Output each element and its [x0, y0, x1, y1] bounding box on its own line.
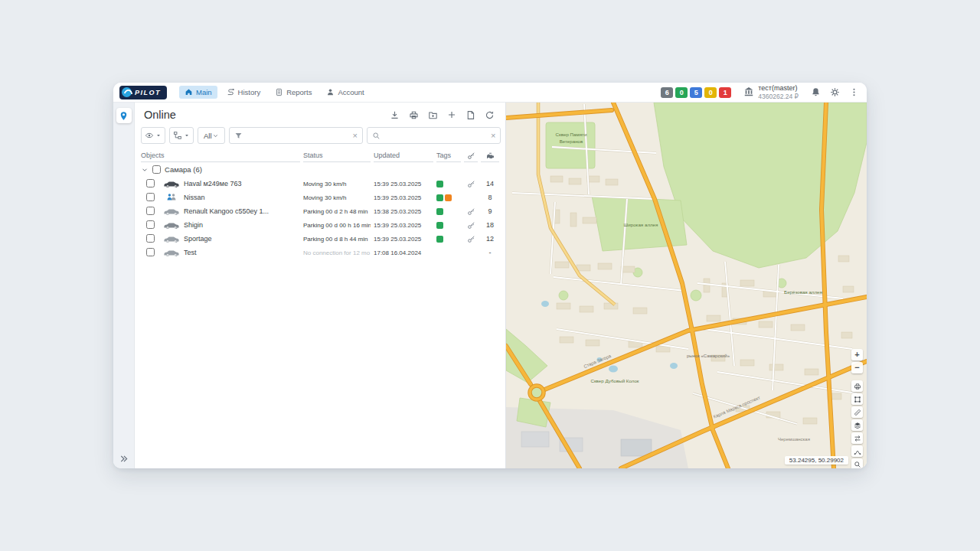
row-checkbox[interactable] — [146, 207, 155, 215]
layers-button[interactable] — [851, 419, 863, 431]
user-balance: 4360262.24 ₽ — [758, 93, 799, 100]
counter-yellow[interactable]: 0 — [704, 87, 717, 98]
counter-red[interactable]: 1 — [719, 87, 731, 98]
group-label: Самара (6) — [165, 165, 202, 174]
route-icon — [227, 88, 235, 96]
column-updated[interactable]: Updated — [374, 149, 433, 162]
object-updated: 15:39 25.03.2025 — [374, 222, 433, 229]
add-group-folder-icon[interactable] — [428, 110, 438, 120]
row-checkbox[interactable] — [146, 179, 155, 187]
nav-tab-reports[interactable]: Reports — [270, 86, 317, 99]
account-icon — [326, 88, 335, 96]
nav-tab-label: Reports — [286, 88, 312, 96]
object-name: Haval м249ме 763 — [184, 180, 300, 187]
object-row[interactable]: Test No connection for 12 mo 17:08 16.04… — [135, 246, 505, 259]
app-window: PILOT Main History Reports Account 6 0 — [113, 83, 867, 468]
tag-green — [436, 222, 443, 229]
print-icon[interactable] — [409, 110, 419, 120]
nav-tab-main[interactable]: Main — [179, 86, 217, 99]
chevron-down-icon — [155, 132, 162, 139]
brand-logo[interactable]: PILOT — [119, 86, 167, 99]
main-nav: Main History Reports Account — [179, 86, 370, 99]
grouping-button[interactable] — [169, 127, 194, 144]
object-row[interactable]: Haval м249ме 763 Moving 30 km/h 15:39 25… — [135, 177, 505, 191]
object-status: Moving 30 km/h — [303, 181, 371, 187]
object-row[interactable]: Renault Kangoo с550еу 1... Parking 00 d … — [135, 204, 505, 218]
object-row[interactable]: Nissan Moving 30 km/h 15:39 25.03.2025 8 — [135, 191, 505, 204]
settings-gear-icon[interactable] — [830, 87, 840, 97]
search-input[interactable] — [384, 131, 488, 141]
group-checkbox[interactable] — [152, 165, 161, 174]
export-file-icon[interactable] — [466, 110, 475, 120]
object-value: 8 — [481, 194, 499, 201]
map[interactable]: Сквер Памяти Ветеранов Широкая аллея Бер… — [506, 103, 867, 468]
swap-view-button[interactable] — [851, 432, 863, 444]
key-icon — [467, 221, 475, 230]
row-checkbox[interactable] — [146, 193, 155, 201]
more-kebab-icon[interactable] — [849, 87, 859, 97]
row-checkbox[interactable] — [146, 220, 155, 229]
track-route-icon — [854, 448, 861, 455]
object-name: Sportage — [184, 235, 300, 243]
object-name: Shigin — [184, 221, 300, 229]
column-status[interactable]: Status — [303, 149, 371, 162]
column-key[interactable] — [464, 149, 478, 162]
panel-toolbar — [390, 110, 495, 120]
measure-button[interactable] — [851, 406, 863, 418]
object-row[interactable]: Shigin Parking 00 d 00 h 16 min 15:39 25… — [135, 218, 505, 232]
online-mode-button[interactable] — [116, 108, 132, 123]
clear-filter-icon[interactable]: × — [353, 132, 358, 140]
row-checkbox[interactable] — [146, 234, 155, 243]
status-filter-select[interactable]: All — [198, 127, 225, 144]
chevron-down-icon — [212, 132, 219, 139]
visibility-filter-button[interactable] — [141, 127, 165, 144]
hierarchy-icon — [173, 131, 182, 140]
user-menu[interactable]: тест(master) 4360262.24 ₽ — [743, 84, 799, 100]
object-name: Renault Kangoo с550еу 1... — [184, 207, 300, 215]
download-icon[interactable] — [390, 110, 400, 120]
notifications-bell-icon[interactable] — [811, 87, 821, 97]
column-tags[interactable]: Tags — [436, 149, 461, 162]
engine-icon — [486, 152, 495, 160]
nav-tab-account[interactable]: Account — [321, 86, 369, 99]
bank-icon — [743, 86, 754, 97]
collapse-panel-button[interactable] — [119, 454, 129, 464]
draw-polygon-button[interactable] — [851, 393, 863, 405]
map-search-button[interactable] — [851, 458, 863, 468]
key-icon — [467, 207, 475, 216]
object-status: Parking 00 d 2 h 48 min — [303, 208, 371, 215]
column-objects[interactable]: Objects — [141, 149, 300, 162]
status-filter-value: All — [204, 132, 212, 140]
counter-total[interactable]: 6 — [661, 87, 673, 98]
tag-filter-input[interactable] — [246, 131, 350, 141]
refresh-icon[interactable] — [485, 110, 495, 120]
row-checkbox[interactable] — [146, 248, 155, 256]
object-name: Nissan — [184, 194, 300, 201]
zoom-in-button[interactable]: + — [851, 349, 863, 360]
track-button[interactable] — [851, 445, 863, 457]
counter-green[interactable]: 0 — [675, 87, 688, 98]
object-updated: 15:39 25.03.2025 — [374, 236, 433, 243]
objects-panel: Online — [135, 103, 506, 468]
column-engine[interactable] — [481, 149, 499, 162]
key-icon — [467, 235, 475, 243]
object-row[interactable]: Sportage Parking 00 d 8 h 44 min 15:39 2… — [135, 232, 505, 246]
print-icon — [854, 383, 861, 390]
nav-tab-history[interactable]: History — [221, 86, 266, 99]
table-header: Objects Status Updated Tags — [135, 149, 505, 162]
vehicle-icon — [163, 235, 180, 243]
report-icon — [275, 88, 283, 96]
tag-orange — [445, 194, 452, 201]
tag-filter-inputbox: × — [229, 127, 363, 144]
nav-tab-label: Account — [338, 88, 364, 96]
object-value: - — [481, 249, 499, 256]
tag-green — [436, 208, 443, 215]
user-name: тест(master) — [758, 84, 799, 93]
group-row-samara[interactable]: Самара (6) — [135, 162, 505, 177]
zoom-out-button[interactable]: − — [851, 362, 863, 373]
clear-search-icon[interactable]: × — [491, 132, 495, 140]
chevron-down-icon — [141, 166, 149, 174]
map-print-button[interactable] — [851, 380, 863, 392]
add-object-plus-icon[interactable] — [447, 110, 456, 119]
counter-blue[interactable]: 5 — [690, 87, 702, 98]
